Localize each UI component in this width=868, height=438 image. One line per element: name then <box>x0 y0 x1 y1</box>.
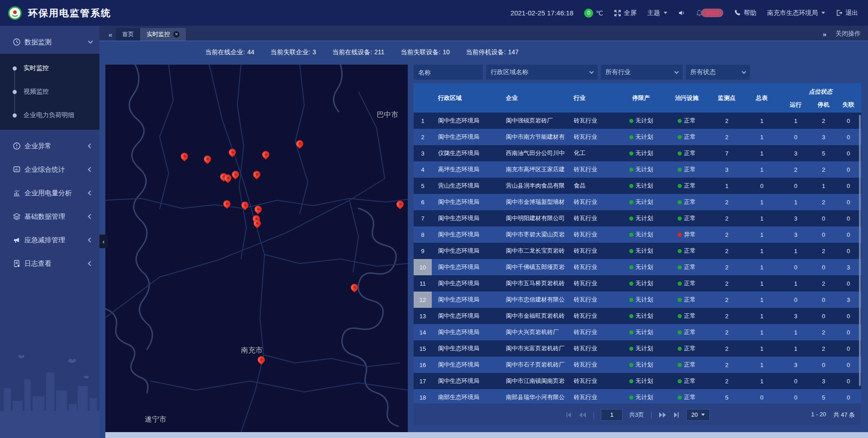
sidebar-item-realtime-monitor[interactable]: 实时监控 <box>0 57 99 80</box>
cell-text: 正常 <box>684 328 696 336</box>
table-cell: 1 <box>414 113 432 129</box>
close-operations-button[interactable]: 关闭操作 <box>835 30 861 38</box>
tabs-scroll-right-button[interactable]: » <box>823 30 826 38</box>
table-cell: 正常 <box>664 357 710 373</box>
table-row[interactable]: 13阆中生态环境局阆中市金福旺页岩机砖砖瓦行业无计划正常21300 <box>414 308 861 324</box>
table-row[interactable]: 12阆中生态环境局阆中市忠信建材有限公砖瓦行业无计划正常21003 <box>414 292 861 308</box>
cell-text: 0 <box>822 297 825 303</box>
stat-offline-companies: 当前失联企业:3 <box>270 48 316 57</box>
last-page-button[interactable] <box>673 412 680 418</box>
sidebar-item-company-statistics[interactable]: 企业综合统计 <box>0 158 99 181</box>
map-collapse-button[interactable]: ‹ <box>99 235 108 248</box>
table-cell: 2 <box>710 210 744 226</box>
sidebar-item-data-monitor[interactable]: 数据监测 <box>0 30 99 54</box>
table-scrollbar[interactable] <box>859 115 861 386</box>
table-row[interactable]: 6阆中生态环境局阆中市金博瑞新型墙材砖瓦行业无计划正常21120 <box>414 194 861 210</box>
table-row[interactable]: 10阆中生态环境局阆中千佛镇五郎垭页岩砖瓦行业无计划正常21003 <box>414 259 861 275</box>
table-row[interactable]: 14阆中生态环境局阆中大兴页岩机砖厂砖瓦行业无计划正常21120 <box>414 324 861 340</box>
table-cell: 无计划 <box>618 340 664 357</box>
table-cell: 2 <box>710 308 744 324</box>
table-cell: 无计划 <box>618 226 664 243</box>
cell-text: 无计划 <box>636 214 653 222</box>
table-row[interactable]: 1阆中生态环境局阆中强锐页岩砖厂砖瓦行业无计划正常21120 <box>414 113 861 129</box>
cell-text: 无计划 <box>636 344 653 353</box>
sidebar-item-video-monitor[interactable]: 视频监控 <box>0 80 99 104</box>
table-cell: 1 <box>744 275 780 292</box>
table-row[interactable]: 15阆中生态环境局阆中市光富页岩机砖厂砖瓦行业无计划正常21120 <box>414 340 861 357</box>
table-row[interactable]: 17阆中生态环境局阆中市江南镇阆南页岩砖瓦行业无计划正常21030 <box>414 373 861 389</box>
table-row[interactable]: 3仪陇生态环境局西南油气田分公司川中化工无计划正常71350 <box>414 145 861 161</box>
volume-button[interactable] <box>678 9 685 16</box>
fullscreen-button[interactable]: 全屏 <box>614 9 637 17</box>
sidebar-item-power-analysis[interactable]: 企业用电量分析 <box>0 181 99 205</box>
table-cell: 正常 <box>664 210 710 226</box>
tabbar: « 首页 实时监控 ✕ » 关闭操作 <box>99 26 868 41</box>
table-cell: 3 <box>780 210 811 226</box>
table-cell: 阆中生态环境局 <box>432 292 502 308</box>
cell-text: 阆中生态环境局 <box>438 214 479 222</box>
table-cell: 砖瓦行业 <box>569 324 618 340</box>
org-label: 南充市生态环境局 <box>767 9 818 17</box>
layers-icon <box>13 212 21 221</box>
help-button[interactable]: 帮助 <box>734 9 756 17</box>
table-row[interactable]: 16阆中生态环境局阆中市石子页岩机砖厂砖瓦行业无计划正常21300 <box>414 357 861 373</box>
cell-text: 无计划 <box>636 133 653 141</box>
table-cell: 阆中市金福旺页岩机砖 <box>502 308 569 324</box>
table-cell: 2 <box>710 340 744 357</box>
first-page-button[interactable] <box>565 412 572 418</box>
cell-text: 无计划 <box>636 165 653 174</box>
org-dropdown[interactable]: 南充市生态环境局 <box>767 9 825 17</box>
notification-badge[interactable]: 2632 <box>696 9 723 17</box>
table-cell: 0 <box>835 145 861 161</box>
tab-realtime-monitor[interactable]: 实时监控 ✕ <box>140 28 186 41</box>
sidebar-item-log-view[interactable]: 日志查看 <box>0 252 99 275</box>
cell-text: 2 <box>725 345 728 352</box>
search-input[interactable] <box>418 69 478 76</box>
table-row[interactable]: 11阆中生态环境局阆中市五马桥页岩机砖砖瓦行业无计划正常21120 <box>414 275 861 292</box>
page-number-input[interactable] <box>601 409 623 421</box>
cell-text: 阆中生态环境局 <box>438 312 479 320</box>
table-cell: 1 <box>710 178 744 194</box>
table-cell: 阆中生态环境局 <box>432 194 502 210</box>
cell-text: 1 <box>760 150 763 157</box>
table-row[interactable]: 8阆中生态环境局阆中市枣碧大梁山页岩砖瓦行业无计划异常21300 <box>414 226 861 243</box>
industry-select[interactable]: 所有行业 <box>601 65 683 80</box>
logout-icon <box>836 9 843 16</box>
status-dot-green <box>678 265 682 269</box>
total-count-label: 共 47 条 <box>833 411 855 419</box>
sidebar-item-label: 企业异常 <box>24 142 89 151</box>
name-filter[interactable] <box>414 65 483 80</box>
table-cell: 正常 <box>664 259 710 275</box>
status-dot-green <box>629 151 633 155</box>
logout-button[interactable]: 退出 <box>836 9 858 17</box>
sidebar-item-company-abnormal[interactable]: 企业异常 <box>0 134 99 158</box>
tab-home[interactable]: 首页 <box>116 28 140 41</box>
table-row[interactable]: 18南部生态环境局南部县瑞华小河有限公砖瓦行业无计划正常50050 <box>414 389 861 404</box>
table-cell: 13 <box>414 308 432 324</box>
table-row[interactable]: 4高坪生态环境局南充市高坪区王家店建砖瓦行业无计划正常31220 <box>414 161 861 178</box>
table-row[interactable]: 5营山生态环境局营山县润丰肉食品有限食品无计划正常10010 <box>414 178 861 194</box>
page-size-select[interactable]: 20 <box>686 409 710 421</box>
tab-close-icon[interactable]: ✕ <box>173 31 179 38</box>
next-page-button[interactable] <box>659 412 666 418</box>
gauge-icon <box>13 38 21 46</box>
table-cell: 阆中生态环境局 <box>432 129 502 145</box>
sidebar-item-emergency-reduction[interactable]: 应急减排管理 <box>0 228 99 252</box>
status-select[interactable]: 所有状态 <box>686 65 750 80</box>
table-row[interactable]: 7阆中生态环境局阆中明阳建材有限公司砖瓦行业无计划正常21300 <box>414 210 861 226</box>
table-cell: 2 <box>780 161 811 178</box>
table-row[interactable]: 2阆中生态环境局阆中市南方节能建材有砖瓦行业无计划正常21030 <box>414 129 861 145</box>
tabs-scroll-left-button[interactable]: « <box>105 31 116 41</box>
cell-text: 营山县润丰肉食品有限 <box>506 182 565 190</box>
theme-dropdown[interactable]: 主题 <box>647 9 667 17</box>
table-cell: 1 <box>780 113 811 129</box>
map[interactable]: 巴中市南充市遂宁市 <box>105 65 408 432</box>
table-cell: 14 <box>414 324 432 340</box>
table-row[interactable]: 9阆中生态环境局阆中市二龙长宝页岩砖砖瓦行业无计划正常21120 <box>414 243 861 259</box>
sidebar-item-power-load-detail[interactable]: 企业电力负荷明细 <box>0 104 99 127</box>
table-cell: 2 <box>710 226 744 243</box>
region-select[interactable]: 行政区域名称 <box>486 65 598 80</box>
table-cell: 0 <box>780 389 811 404</box>
prev-page-button[interactable] <box>579 412 586 418</box>
sidebar-item-base-data[interactable]: 基础数据管理 <box>0 205 99 228</box>
